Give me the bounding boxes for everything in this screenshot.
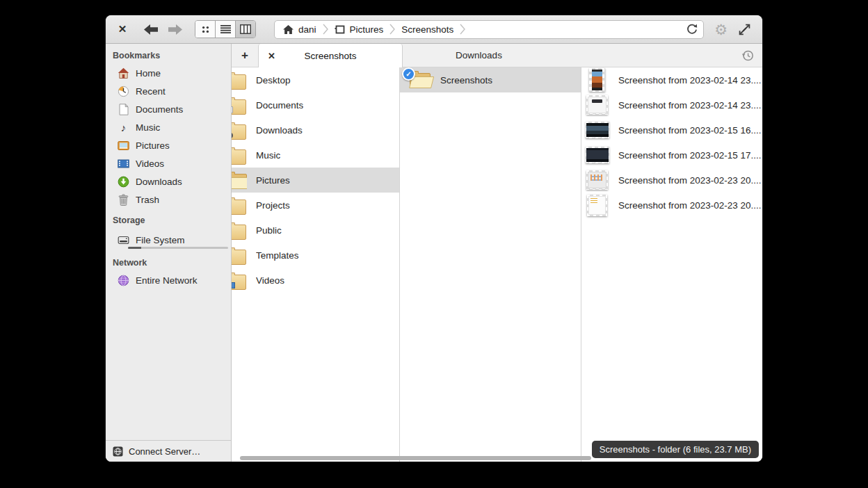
sidebar-item-label: Music xyxy=(136,122,160,133)
disk-usage-bar xyxy=(128,247,228,249)
folder-icon: ◣ xyxy=(232,250,246,265)
hard-drive-icon xyxy=(118,234,129,246)
open-folder-icon xyxy=(232,172,247,189)
list-item[interactable]: ↓ Downloads xyxy=(232,117,399,143)
network-globe-icon xyxy=(118,275,129,286)
tab-bar: + ✕ Screenshots Downloads xyxy=(232,44,762,67)
file-name: Screenshot from 2023-02-14 23.... xyxy=(618,100,762,111)
list-item[interactable]: Videos xyxy=(232,268,399,293)
window-body: Bookmarks Home xyxy=(106,44,762,462)
list-item[interactable]: Screenshot from 2023-02-23 20.... xyxy=(581,193,762,218)
file-manager-window: ✕ xyxy=(106,15,762,462)
file-name: Screenshot from 2023-02-15 17.... xyxy=(618,150,762,161)
list-item[interactable]: Screenshot from 2023-02-14 23.... xyxy=(581,92,762,117)
folder-icon: < xyxy=(232,225,246,240)
list-item[interactable]: Desktop xyxy=(232,67,399,92)
chevron-right-icon xyxy=(323,22,328,37)
sidebar-section-storage: Storage xyxy=(106,209,231,229)
grid-view-button[interactable] xyxy=(195,21,216,38)
breadcrumb-home[interactable]: dani xyxy=(283,24,316,35)
list-item[interactable]: ◣ Templates xyxy=(232,243,399,268)
settings-button[interactable]: ⚙ xyxy=(714,22,728,37)
sidebar-item-label: Recent xyxy=(136,86,166,97)
sidebar-item-home[interactable]: Home xyxy=(106,64,231,82)
fullscreen-button[interactable] xyxy=(739,24,750,35)
tab-screenshots[interactable]: ✕ Screenshots xyxy=(258,44,403,67)
list-item[interactable]: Screenshot from 2023-02-14 23.... xyxy=(581,67,762,92)
content-area: + ✕ Screenshots Downloads xyxy=(232,44,762,462)
sidebar-item-pictures[interactable]: Pictures xyxy=(106,136,231,154)
refresh-button[interactable] xyxy=(686,24,698,35)
sidebar-section-network: Network xyxy=(106,251,231,271)
list-item[interactable]: Screenshot from 2023-02-23 20.... xyxy=(581,168,762,193)
file-name: Screenshot from 2023-02-15 16.... xyxy=(618,125,762,136)
back-button[interactable] xyxy=(143,24,159,35)
sidebar-item-music[interactable]: ♪ Music xyxy=(106,118,231,136)
nav-buttons xyxy=(143,24,183,35)
list-view-button[interactable] xyxy=(216,21,236,38)
sidebar-section-bookmarks: Bookmarks xyxy=(106,44,231,64)
sidebar-item-videos[interactable]: Videos xyxy=(106,154,231,172)
column-screenshots: Screenshot from 2023-02-14 23.... Screen… xyxy=(581,67,762,462)
horizontal-scrollbar-thumb[interactable] xyxy=(240,456,591,460)
list-item[interactable]: ♪ Music xyxy=(232,143,399,168)
list-item[interactable]: < Public xyxy=(232,218,399,243)
column-places: Desktop Documents ↓ Downloads ♪ Music xyxy=(232,67,400,462)
breadcrumb-pictures[interactable]: Pictures xyxy=(335,24,384,35)
sidebar-item-label: Videos xyxy=(136,158,164,169)
view-switcher xyxy=(195,20,256,38)
file-thumbnail xyxy=(586,170,608,190)
toolbar: ✕ xyxy=(106,15,762,44)
connect-server-button[interactable]: Connect Server… xyxy=(106,440,231,462)
folder-icon xyxy=(232,99,246,115)
list-view-icon xyxy=(220,24,231,34)
expand-icon xyxy=(739,24,750,35)
breadcrumb-label: Pictures xyxy=(350,24,384,35)
chevron-right-icon xyxy=(389,22,395,37)
tab-close-icon[interactable]: ✕ xyxy=(268,51,275,61)
column-view-button[interactable] xyxy=(236,21,255,38)
list-item[interactable]: Projects xyxy=(232,193,399,218)
sidebar-item-label: Trash xyxy=(136,195,159,205)
new-tab-button[interactable]: + xyxy=(232,44,258,67)
home-icon xyxy=(283,25,294,34)
forward-button[interactable] xyxy=(168,24,183,35)
list-item[interactable]: Screenshot from 2023-02-15 16.... xyxy=(581,117,762,143)
sidebar-item-label: Pictures xyxy=(136,140,170,151)
photo-icon xyxy=(118,140,129,152)
server-globe-icon xyxy=(113,446,123,457)
sidebar-item-recent[interactable]: Recent xyxy=(106,82,231,100)
list-item-selected[interactable]: Pictures xyxy=(232,168,399,193)
film-icon xyxy=(118,158,129,170)
sidebar-item-label: File System xyxy=(136,235,185,245)
sidebar-item-label: Home xyxy=(136,68,161,79)
gear-icon: ⚙ xyxy=(714,22,728,38)
tab-bar-spacer xyxy=(555,44,733,67)
music-note-icon: ♪ xyxy=(118,122,129,133)
sidebar-item-label: Downloads xyxy=(136,177,182,187)
sidebar-item-file-system[interactable]: File System xyxy=(106,229,231,251)
file-thumbnail xyxy=(586,122,609,138)
sidebar-item-entire-network[interactable]: Entire Network xyxy=(106,271,231,289)
list-item[interactable]: Documents xyxy=(232,92,399,117)
sidebar-item-downloads[interactable]: Downloads xyxy=(106,172,231,190)
home-folder-icon xyxy=(118,67,129,79)
history-button[interactable] xyxy=(733,44,762,67)
chevron-right-icon xyxy=(460,22,465,37)
file-thumbnail xyxy=(586,95,608,115)
document-icon xyxy=(118,104,129,115)
download-icon xyxy=(118,176,129,188)
sidebar-item-documents[interactable]: Documents xyxy=(106,100,231,118)
list-item-selected[interactable]: ✓ Screenshots xyxy=(400,67,581,92)
breadcrumb-screenshots[interactable]: Screenshots xyxy=(401,24,453,35)
window-close-button[interactable]: ✕ xyxy=(115,23,129,35)
folder-icon: ♪ xyxy=(232,149,246,165)
sidebar-item-trash[interactable]: Trash xyxy=(106,190,231,209)
path-bar[interactable]: dani Pictures xyxy=(274,20,704,39)
breadcrumb-label: dani xyxy=(298,24,316,35)
list-item[interactable]: Screenshot from 2023-02-15 17.... xyxy=(581,143,762,168)
file-name: Screenshot from 2023-02-23 20.... xyxy=(618,175,762,186)
disk-usage-fill xyxy=(128,247,141,249)
tab-downloads[interactable]: Downloads xyxy=(403,44,555,67)
file-thumbnail xyxy=(586,147,609,163)
